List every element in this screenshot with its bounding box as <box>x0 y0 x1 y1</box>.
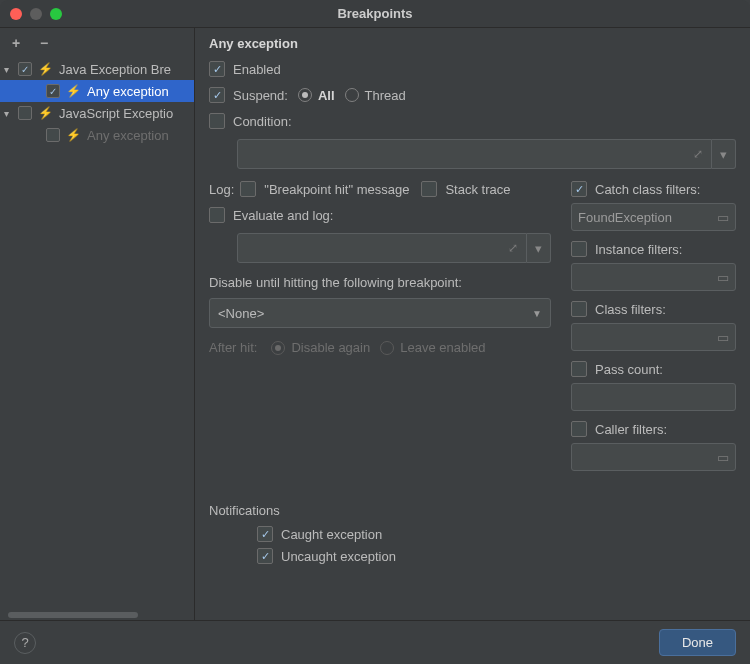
condition-checkbox[interactable] <box>209 113 225 129</box>
tree-item-1[interactable]: ⚡Any exception <box>0 80 194 102</box>
minimize-window-button[interactable] <box>30 8 42 20</box>
catch-filter-label: Catch class filters: <box>595 182 700 197</box>
tree-item-label: Any exception <box>87 128 169 143</box>
condition-history-button[interactable]: ▾ <box>712 139 736 169</box>
condition-field-wrap: ⤢ ▾ <box>237 139 736 169</box>
instance-filter-checkbox[interactable] <box>571 241 587 257</box>
suspend-thread-radio[interactable] <box>345 88 359 102</box>
bolt-icon: ⚡ <box>38 62 53 76</box>
disable-until-select[interactable]: <None> ▼ <box>209 298 551 328</box>
uncaught-label: Uncaught exception <box>281 549 396 564</box>
scrollbar-thumb[interactable] <box>8 612 138 618</box>
after-hit-row: After hit: Disable again Leave enabled <box>209 340 551 355</box>
caught-row: Caught exception <box>257 526 736 542</box>
tree-item-label: Any exception <box>87 84 169 99</box>
tree-item-checkbox[interactable] <box>46 84 60 98</box>
condition-label: Condition: <box>233 114 292 129</box>
sidebar: + − ▾⚡Java Exception Bre⚡Any exception▾⚡… <box>0 28 195 620</box>
condition-input[interactable]: ⤢ <box>237 139 712 169</box>
log-stack-label: Stack trace <box>445 182 510 197</box>
class-filter-input[interactable]: ▭ <box>571 323 736 351</box>
catch-filter-input[interactable]: FoundException ▭ <box>571 203 736 231</box>
uncaught-checkbox[interactable] <box>257 548 273 564</box>
suspend-all-label: All <box>318 88 335 103</box>
after-hit-disable-radio[interactable] <box>271 341 285 355</box>
class-filter-row: Class filters: <box>571 301 736 317</box>
tree-item-0[interactable]: ▾⚡Java Exception Bre <box>0 58 194 80</box>
eval-history-button[interactable]: ▾ <box>527 233 551 263</box>
eval-field-wrap: ⤢ ▾ <box>237 233 551 263</box>
log-bphit-checkbox[interactable] <box>240 181 256 197</box>
expand-icon[interactable]: ⤢ <box>693 147 703 161</box>
pass-count-input[interactable] <box>571 383 736 411</box>
tree-item-label: Java Exception Bre <box>59 62 171 77</box>
detail-heading: Any exception <box>209 36 736 51</box>
chevron-icon[interactable]: ▾ <box>4 108 16 119</box>
disable-until-label: Disable until hitting the following brea… <box>209 275 551 290</box>
suspend-thread-label: Thread <box>365 88 406 103</box>
enabled-row: Enabled <box>209 61 736 77</box>
content: + − ▾⚡Java Exception Bre⚡Any exception▾⚡… <box>0 28 750 620</box>
caller-filter-row: Caller filters: <box>571 421 736 437</box>
enabled-label: Enabled <box>233 62 281 77</box>
suspend-all-radio[interactable] <box>298 88 312 102</box>
caught-label: Caught exception <box>281 527 382 542</box>
class-filter-checkbox[interactable] <box>571 301 587 317</box>
instance-filter-input[interactable]: ▭ <box>571 263 736 291</box>
done-button[interactable]: Done <box>659 629 736 656</box>
tree-item-checkbox[interactable] <box>46 128 60 142</box>
folder-icon[interactable]: ▭ <box>717 270 729 285</box>
detail-panel: Any exception Enabled Suspend: All Threa… <box>195 28 750 620</box>
horizontal-scrollbar[interactable] <box>0 610 194 620</box>
folder-icon[interactable]: ▭ <box>717 330 729 345</box>
log-stack-checkbox[interactable] <box>421 181 437 197</box>
suspend-checkbox[interactable] <box>209 87 225 103</box>
chevron-icon[interactable]: ▾ <box>4 64 16 75</box>
pass-count-row: Pass count: <box>571 361 736 377</box>
eval-label: Evaluate and log: <box>233 208 333 223</box>
suspend-label: Suspend: <box>233 88 288 103</box>
add-breakpoint-button[interactable]: + <box>8 35 24 51</box>
expand-icon[interactable]: ⤢ <box>508 241 518 255</box>
catch-filter-checkbox[interactable] <box>571 181 587 197</box>
bolt-icon: ⚡ <box>66 84 81 98</box>
notifications-heading: Notifications <box>209 503 736 518</box>
after-hit-disable-label: Disable again <box>291 340 370 355</box>
maximize-window-button[interactable] <box>50 8 62 20</box>
tree-item-3[interactable]: ⚡Any exception <box>0 124 194 146</box>
suspend-row: Suspend: All Thread <box>209 87 736 103</box>
caller-filter-input[interactable]: ▭ <box>571 443 736 471</box>
titlebar: Breakpoints <box>0 0 750 28</box>
after-hit-label: After hit: <box>209 340 257 355</box>
instance-filter-label: Instance filters: <box>595 242 682 257</box>
catch-filter-value: FoundException <box>578 210 672 225</box>
eval-checkbox[interactable] <box>209 207 225 223</box>
bolt-icon: ⚡ <box>38 106 53 120</box>
caller-filter-checkbox[interactable] <box>571 421 587 437</box>
log-bphit-label: "Breakpoint hit" message <box>264 182 409 197</box>
pass-count-label: Pass count: <box>595 362 663 377</box>
eval-input[interactable]: ⤢ <box>237 233 527 263</box>
bolt-icon: ⚡ <box>66 128 81 142</box>
window-title: Breakpoints <box>0 6 750 21</box>
catch-filter-row: Catch class filters: <box>571 181 736 197</box>
after-hit-leave-radio[interactable] <box>380 341 394 355</box>
enabled-checkbox[interactable] <box>209 61 225 77</box>
help-button[interactable]: ? <box>14 632 36 654</box>
folder-icon[interactable]: ▭ <box>717 450 729 465</box>
disable-until-value: <None> <box>218 306 264 321</box>
remove-breakpoint-button[interactable]: − <box>36 35 52 51</box>
traffic-lights <box>0 8 62 20</box>
eval-row: Evaluate and log: <box>209 207 551 223</box>
folder-icon[interactable]: ▭ <box>717 210 729 225</box>
pass-count-checkbox[interactable] <box>571 361 587 377</box>
instance-filter-row: Instance filters: <box>571 241 736 257</box>
tree-item-label: JavaScript Exceptio <box>59 106 173 121</box>
tree-item-2[interactable]: ▾⚡JavaScript Exceptio <box>0 102 194 124</box>
close-window-button[interactable] <box>10 8 22 20</box>
tree-item-checkbox[interactable] <box>18 62 32 76</box>
chevron-down-icon: ▼ <box>532 308 542 319</box>
caught-checkbox[interactable] <box>257 526 273 542</box>
tree-item-checkbox[interactable] <box>18 106 32 120</box>
footer: ? Done <box>0 620 750 664</box>
